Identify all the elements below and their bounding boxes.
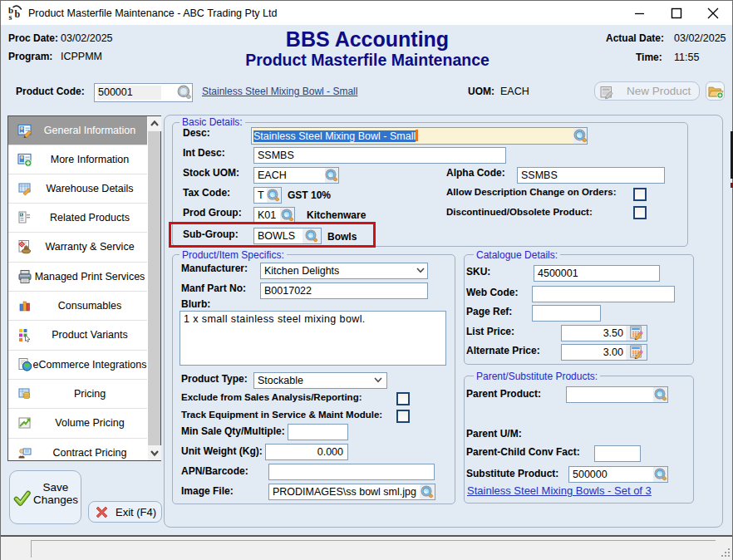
svg-text:s: s bbox=[9, 12, 12, 22]
svg-text:b: b bbox=[15, 8, 21, 20]
